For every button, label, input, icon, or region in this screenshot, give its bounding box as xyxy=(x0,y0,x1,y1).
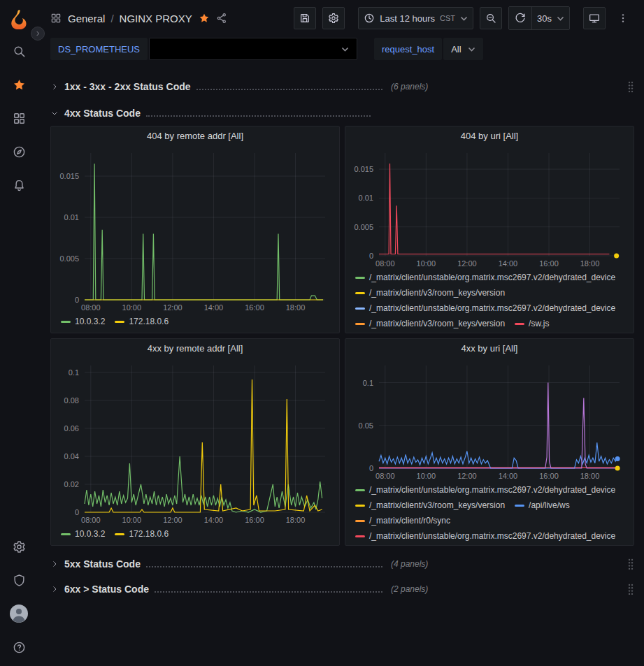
drag-dots-icon xyxy=(627,558,634,570)
search-icon xyxy=(13,45,26,58)
bell-icon xyxy=(13,179,26,192)
legend-item[interactable]: 10.0.3.2 xyxy=(61,528,105,541)
legend-item[interactable]: /_matrix/client/unstable/org.matrix.msc2… xyxy=(355,302,615,315)
svg-text:0.015: 0.015 xyxy=(59,172,79,180)
legend-swatch xyxy=(355,292,365,294)
row-drag-handle[interactable] xyxy=(627,80,634,93)
row-title: 5xx Status Code xyxy=(64,558,141,570)
breadcrumb-dashboard-title[interactable]: NGINX PROXY xyxy=(120,13,192,24)
zoom-out-time-button[interactable] xyxy=(480,7,502,29)
legend-swatch xyxy=(355,277,365,279)
time-series-chart[interactable]: 00.020.040.060.080.108:0010:0012:0014:00… xyxy=(57,359,334,526)
time-series-chart[interactable]: 00.050.108:0010:0012:0014:0016:0018:00 xyxy=(351,359,628,482)
legend-label: 172.18.0.6 xyxy=(129,315,169,328)
svg-text:16:00: 16:00 xyxy=(245,303,264,312)
row-5xx[interactable]: 5xx Status Code (4 panels) xyxy=(50,554,634,574)
variable-label-ds-prometheus[interactable]: DS_PROMETHEUS xyxy=(50,38,148,60)
variable-value-request-host[interactable]: All xyxy=(443,38,482,60)
svg-text:14:00: 14:00 xyxy=(204,303,224,312)
sidebar-item-server-admin[interactable] xyxy=(7,568,31,592)
refresh-interval-dropdown[interactable]: 30s xyxy=(531,7,569,29)
row-drag-handle[interactable] xyxy=(627,583,634,595)
row-panel-count: (4 panels) xyxy=(391,559,428,569)
legend-item[interactable]: 172.18.0.6 xyxy=(115,315,169,328)
panel-title[interactable]: 4xx by uri [All] xyxy=(351,339,628,359)
time-series-chart[interactable]: 00.0050.010.01508:0010:0012:0014:0016:00… xyxy=(57,146,334,314)
row-title: 6xx > Status Code xyxy=(64,584,149,595)
chart-svg: 00.050.108:0010:0012:0014:0016:0018:00 xyxy=(351,359,628,482)
kebab-menu-icon xyxy=(617,13,629,24)
svg-text:16:00: 16:00 xyxy=(539,259,559,268)
svg-text:0.05: 0.05 xyxy=(359,421,373,430)
sidebar-item-starred[interactable] xyxy=(7,73,31,96)
legend-item[interactable]: /sw.js xyxy=(515,317,549,330)
save-dashboard-button[interactable] xyxy=(294,7,316,29)
panel-title[interactable]: 404 by remote addr [All] xyxy=(57,126,334,146)
legend-item[interactable]: /api/live/ws xyxy=(515,499,570,512)
legend-item[interactable]: /_matrix/client/v3/room_keys/version xyxy=(355,317,505,330)
legend-item[interactable]: /_matrix/client/unstable/org.matrix.msc2… xyxy=(355,530,615,542)
chart-svg: 00.020.040.060.080.108:0010:0012:0014:00… xyxy=(57,359,334,526)
refresh-group: 30s xyxy=(508,6,570,30)
time-range-label: Last 12 hours xyxy=(380,13,435,24)
sidebar-item-search[interactable] xyxy=(7,39,31,63)
chevron-down-icon xyxy=(341,47,349,52)
star-icon xyxy=(13,78,26,92)
svg-text:10:00: 10:00 xyxy=(122,303,142,312)
svg-text:0: 0 xyxy=(369,464,373,472)
variable-value-ds-prometheus[interactable] xyxy=(149,38,357,60)
legend-item[interactable]: /_matrix/client/unstable/org.matrix.msc2… xyxy=(355,271,615,284)
sidebar-item-configuration[interactable] xyxy=(7,535,31,558)
sidebar-item-alerting[interactable] xyxy=(7,173,31,197)
row-drag-handle[interactable] xyxy=(627,558,634,570)
sidebar-item-profile[interactable] xyxy=(7,602,31,625)
panel-title[interactable]: 4xx by remote addr [All] xyxy=(57,339,334,359)
svg-text:10:00: 10:00 xyxy=(417,259,436,268)
panel-grid: 404 by remote addr [All] 00.0050.010.015… xyxy=(50,126,634,546)
favorite-star-icon[interactable] xyxy=(199,13,210,24)
time-range-picker[interactable]: Last 12 hours CST xyxy=(358,7,473,29)
grafana-logo[interactable] xyxy=(8,8,29,29)
help-icon xyxy=(13,641,26,654)
sidebar-item-dashboards[interactable] xyxy=(7,106,31,130)
legend-item[interactable]: 10.0.3.2 xyxy=(61,315,105,328)
svg-text:0.08: 0.08 xyxy=(64,396,79,405)
svg-text:12:00: 12:00 xyxy=(163,303,183,312)
row-6xx[interactable]: 6xx > Status Code (2 panels) xyxy=(50,579,634,599)
time-zone-label: CST xyxy=(440,14,455,22)
row-title-group: 1xx - 3xx - 2xx Status Code xyxy=(50,81,388,92)
svg-text:08:00: 08:00 xyxy=(375,472,395,480)
shield-icon xyxy=(13,574,26,587)
tv-mode-button[interactable] xyxy=(583,7,606,29)
row-1xx-3xx-2xx[interactable]: 1xx - 3xx - 2xx Status Code (6 panels) xyxy=(50,77,634,96)
legend-item[interactable]: 172.18.0.6 xyxy=(115,528,169,541)
chevron-right-icon xyxy=(50,82,59,91)
legend-item[interactable]: /_matrix/client/r0/sync xyxy=(355,514,450,528)
chevron-right-icon xyxy=(50,585,59,593)
svg-text:18:00: 18:00 xyxy=(286,516,306,524)
more-options-button[interactable] xyxy=(612,7,634,29)
panel-title[interactable]: 404 by uri [All] xyxy=(351,126,628,146)
sidebar-item-help[interactable] xyxy=(7,635,31,659)
refresh-button[interactable] xyxy=(509,7,531,29)
dashboards-grid-icon xyxy=(13,112,26,125)
legend-item[interactable]: /_matrix/client/unstable/org.matrix.msc2… xyxy=(355,484,615,497)
dashboard-settings-button[interactable] xyxy=(322,7,345,29)
breadcrumb: General / NGINX PROXY xyxy=(68,13,192,24)
legend-label: /_matrix/client/v3/room_keys/version xyxy=(369,499,505,512)
breadcrumb-section[interactable]: General xyxy=(68,13,105,24)
row-4xx[interactable]: 4xx Status Code xyxy=(50,103,634,123)
panel-4xx-by-remote-addr: 4xx by remote addr [All] 00.020.040.060.… xyxy=(50,338,340,546)
svg-text:0.1: 0.1 xyxy=(363,379,373,387)
row-leader-dots xyxy=(146,566,382,567)
share-icon[interactable] xyxy=(216,13,227,24)
sidebar-item-explore[interactable] xyxy=(7,140,31,164)
legend-item[interactable]: /_matrix/client/v3/room_keys/version xyxy=(355,499,505,512)
legend-swatch xyxy=(115,321,124,323)
time-series-chart[interactable]: 00.0050.010.01508:0010:0012:0014:0016:00… xyxy=(351,146,628,270)
drag-dots-icon xyxy=(627,80,634,93)
sidebar-expand-button[interactable] xyxy=(31,27,45,41)
legend-item[interactable]: /_matrix/client/v3/room_keys/version xyxy=(355,287,505,300)
variable-label-request-host[interactable]: request_host xyxy=(374,38,442,60)
chevron-right-icon xyxy=(34,30,41,37)
